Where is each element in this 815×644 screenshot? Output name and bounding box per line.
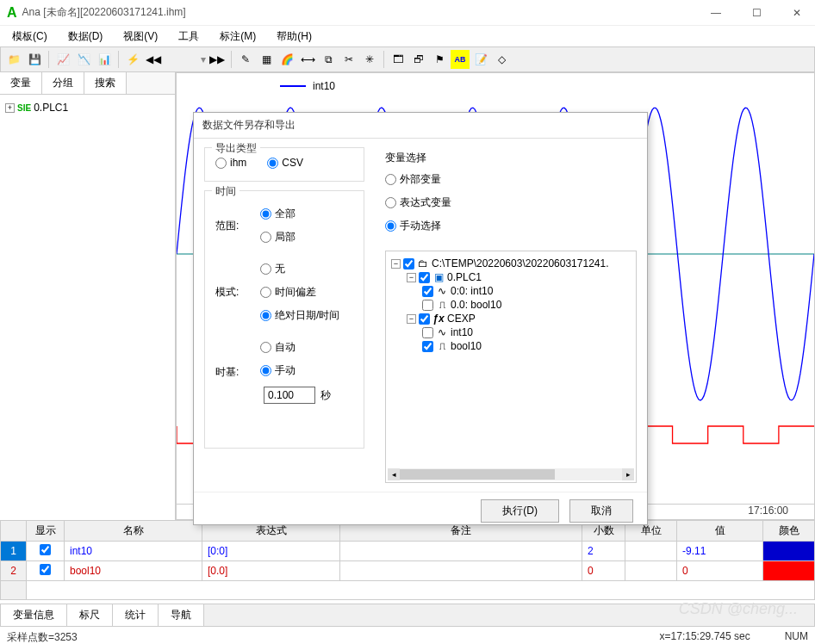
tab-nav[interactable]: 导航 xyxy=(159,604,204,626)
chart2-icon[interactable]: 📉 xyxy=(74,50,93,69)
chart1-icon[interactable]: 📈 xyxy=(53,50,72,69)
scroll-right-icon[interactable]: ▸ xyxy=(622,468,634,480)
table-row[interactable]: 1 int10 [0:0] 2 -9.11 xyxy=(1,542,815,561)
window1-icon[interactable]: 🗔 xyxy=(389,50,408,69)
mode-label: 模式: xyxy=(215,285,250,300)
edit-icon[interactable]: ✎ xyxy=(236,50,255,69)
radio-ihm[interactable]: ihm xyxy=(215,157,246,169)
ab-icon[interactable]: AB xyxy=(451,50,470,69)
scroll-thumb[interactable] xyxy=(400,469,555,480)
cell-dec[interactable]: 0 xyxy=(582,561,625,581)
ruler-icon[interactable]: ⟷ xyxy=(298,50,317,69)
new-icon[interactable]: 📁 xyxy=(4,50,23,69)
tab-var-info[interactable]: 变量信息 xyxy=(1,604,67,626)
minimize-button[interactable]: — xyxy=(704,3,728,22)
collapse-icon[interactable]: − xyxy=(407,314,416,324)
tree-item[interactable]: ∿ 0:0: int10 xyxy=(391,284,631,298)
cell-note[interactable] xyxy=(340,561,582,581)
horizontal-scrollbar[interactable]: ◂ ▸ xyxy=(388,468,634,480)
radio-range-local[interactable]: 局部 xyxy=(260,230,296,245)
tree-checkbox[interactable] xyxy=(403,258,414,269)
tree-item[interactable]: ⎍ 0.0: bool10 xyxy=(391,298,631,312)
variable-tree-selector[interactable]: − 🗀 C:\TEMP\20220603\20220603171241. − ▣… xyxy=(385,251,637,483)
row-show-checkbox[interactable] xyxy=(40,564,51,575)
col-show[interactable]: 显示 xyxy=(27,521,65,542)
tab-groups[interactable]: 分组 xyxy=(42,72,84,94)
tab-stats[interactable]: 统计 xyxy=(113,604,159,626)
tree-checkbox[interactable] xyxy=(422,286,433,297)
erase-icon[interactable]: ◇ xyxy=(492,50,511,69)
tree-checkbox[interactable] xyxy=(419,313,430,325)
tree-root-path[interactable]: − 🗀 C:\TEMP\20220603\20220603171241. xyxy=(391,257,631,270)
tree-cexp-node[interactable]: − ƒx CEXP xyxy=(391,312,631,325)
row-number[interactable]: 1 xyxy=(1,542,27,561)
menu-view[interactable]: 视图(V) xyxy=(115,28,166,46)
chart3-icon[interactable]: 📊 xyxy=(95,50,114,69)
close-button[interactable]: ✕ xyxy=(786,3,808,22)
col-value[interactable]: 值 xyxy=(677,521,763,542)
cell-expr[interactable]: [0:0] xyxy=(202,542,340,561)
tab-ruler[interactable]: 标尺 xyxy=(67,604,113,626)
collapse-icon[interactable]: − xyxy=(407,273,416,282)
colors-icon[interactable]: 🌈 xyxy=(277,50,296,69)
note-icon[interactable]: 📝 xyxy=(471,50,490,69)
back-icon[interactable]: ◀◀ xyxy=(144,50,163,69)
collapse-icon[interactable]: − xyxy=(391,259,401,269)
cell-name[interactable]: bool10 xyxy=(65,561,202,581)
radio-range-all[interactable]: 全部 xyxy=(260,207,296,221)
menu-help[interactable]: 帮助(H) xyxy=(268,28,320,46)
expand-icon[interactable]: + xyxy=(5,103,15,113)
cancel-button[interactable]: 取消 xyxy=(569,499,633,523)
radio-var-manual[interactable]: 手动选择 xyxy=(385,219,637,233)
tree-checkbox[interactable] xyxy=(422,300,433,311)
radio-var-external[interactable]: 外部变量 xyxy=(385,172,637,187)
flag-icon[interactable]: ⚑ xyxy=(430,50,449,69)
radio-mode-offset[interactable]: 时间偏差 xyxy=(260,285,339,300)
maximize-button[interactable]: ☐ xyxy=(745,3,768,22)
color-swatch[interactable] xyxy=(763,561,815,581)
window2-icon[interactable]: 🗗 xyxy=(409,50,428,69)
radio-tb-auto[interactable]: 自动 xyxy=(260,340,331,355)
menu-data[interactable]: 数据(D) xyxy=(59,28,112,46)
tab-search[interactable]: 搜索 xyxy=(84,72,127,94)
row-number[interactable]: 2 xyxy=(1,561,27,581)
tree-item[interactable]: ⎍ bool10 xyxy=(391,339,631,353)
grid-icon[interactable]: ▦ xyxy=(257,50,276,69)
color-swatch[interactable] xyxy=(763,542,815,561)
align-icon[interactable]: ⧉ xyxy=(319,50,338,69)
refresh-icon[interactable]: ⚡ xyxy=(123,50,142,69)
scroll-left-icon[interactable]: ◂ xyxy=(388,468,400,480)
tree-item-plc[interactable]: + SIE 0.PLC1 xyxy=(5,100,170,115)
radio-csv[interactable]: CSV xyxy=(267,157,303,169)
radio-mode-none[interactable]: 无 xyxy=(260,262,339,276)
tab-variables[interactable]: 变量 xyxy=(0,72,42,94)
cut-icon[interactable]: ✂ xyxy=(339,50,358,69)
execute-button[interactable]: 执行(D) xyxy=(481,499,559,523)
save-icon[interactable]: 💾 xyxy=(25,50,44,69)
radio-var-expr[interactable]: 表达式变量 xyxy=(385,195,637,210)
titlebar: A Ana [未命名][20220603171241.ihm] — ☐ ✕ xyxy=(0,0,815,26)
cell-note[interactable] xyxy=(340,542,582,561)
radio-mode-abs[interactable]: 绝对日期/时间 xyxy=(260,308,339,323)
menu-template[interactable]: 模板(C) xyxy=(3,28,56,46)
cell-unit[interactable] xyxy=(625,561,677,581)
menu-tools[interactable]: 工具 xyxy=(170,28,208,46)
menu-annotate[interactable]: 标注(M) xyxy=(211,28,264,46)
cell-expr[interactable]: [0.0] xyxy=(202,561,340,581)
tree-checkbox[interactable] xyxy=(422,341,433,352)
tree-checkbox[interactable] xyxy=(422,327,433,338)
col-name[interactable]: 名称 xyxy=(65,521,202,542)
radio-tb-manual[interactable]: 手动 xyxy=(260,363,331,378)
col-color[interactable]: 颜色 xyxy=(763,521,815,542)
cell-name[interactable]: int10 xyxy=(65,542,202,561)
row-show-checkbox[interactable] xyxy=(40,544,51,555)
cell-dec[interactable]: 2 xyxy=(582,542,625,561)
tree-checkbox[interactable] xyxy=(419,272,430,283)
table-row[interactable]: 2 bool10 [0.0] 0 0 xyxy=(1,561,815,581)
snap-icon[interactable]: ✳ xyxy=(360,50,379,69)
timebase-input[interactable] xyxy=(264,387,315,404)
play-icon[interactable]: ▶▶ xyxy=(208,50,227,69)
tree-plc-node[interactable]: − ▣ 0.PLC1 xyxy=(391,270,631,284)
cell-unit[interactable] xyxy=(625,542,677,561)
tree-item[interactable]: ∿ int10 xyxy=(391,325,631,339)
